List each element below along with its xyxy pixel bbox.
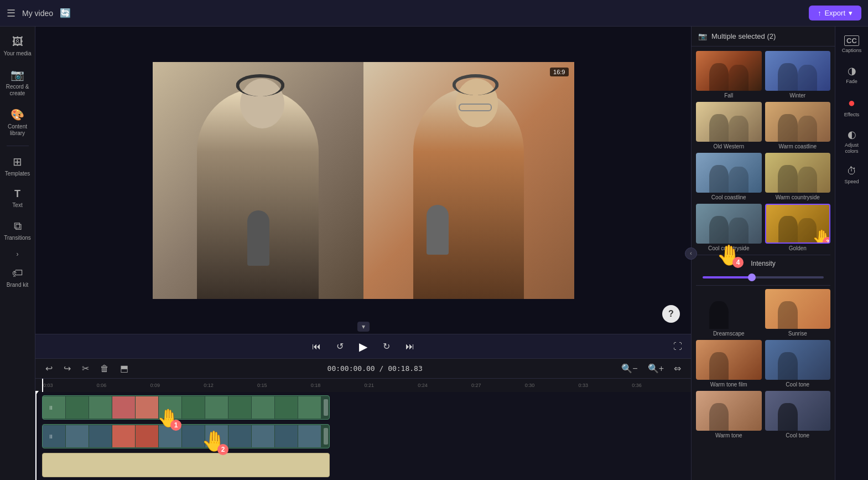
tool-effects[interactable]: ● Effects 🤚 3 bbox=[836, 91, 867, 122]
filter-person-right bbox=[729, 65, 749, 91]
export-icon: ↑ bbox=[818, 9, 822, 17]
track-thumb bbox=[275, 396, 298, 419]
filter-item-sunrise[interactable]: Sunrise bbox=[765, 289, 831, 337]
help-button[interactable]: ? bbox=[662, 305, 680, 323]
left-sidebar: 🖼 Your media 📷 Record &create 🎨 Contentl… bbox=[0, 27, 35, 480]
filter-item-golden[interactable]: 🤚 3 Golden bbox=[765, 204, 831, 251]
playback-controls: ⏮ ↺ ▶ ↻ ⏭ ⛶ bbox=[35, 334, 691, 358]
filter-person-right bbox=[729, 167, 749, 193]
filter-person bbox=[709, 63, 729, 91]
ruler-marks: 0:03 0:06 0:09 0:12 0:15 0:18 0:21 0:24 … bbox=[42, 383, 684, 388]
timeline-ruler: 0:03 0:06 0:09 0:12 0:15 0:18 0:21 0:24 … bbox=[35, 379, 691, 392]
sidebar-expand-icon[interactable]: › bbox=[17, 250, 19, 258]
sidebar-item-content-library[interactable]: 🎨 Contentlibrary bbox=[1, 104, 34, 141]
intensity-slider[interactable] bbox=[703, 276, 824, 278]
track-handle-right[interactable] bbox=[324, 428, 328, 445]
sidebar-item-brand-kit[interactable]: 🏷 Brand kit bbox=[1, 262, 34, 293]
hamburger-menu[interactable]: ☰ bbox=[7, 7, 15, 19]
cut-button[interactable]: ✂ bbox=[79, 361, 92, 376]
track-thumb bbox=[228, 425, 252, 447]
filter-person bbox=[778, 216, 797, 242]
track-thumb bbox=[43, 425, 66, 447]
tool-captions-label: Captions bbox=[842, 48, 862, 54]
microphone-right bbox=[427, 205, 449, 255]
filter-row: Fall Winter bbox=[696, 51, 830, 99]
undo-button[interactable]: ↩ bbox=[42, 361, 56, 376]
skip-to-start-button[interactable]: ⏮ bbox=[310, 339, 323, 354]
filter-item-14[interactable]: Cool tone bbox=[765, 391, 831, 438]
track-thumb bbox=[136, 425, 159, 447]
rewind-button[interactable]: ↺ bbox=[334, 339, 346, 354]
track-thumb bbox=[43, 396, 66, 419]
filter-person bbox=[709, 301, 729, 329]
play-button[interactable]: ▶ bbox=[357, 338, 370, 355]
ruler-mark: 0:21 bbox=[363, 383, 417, 388]
filter-thumb-winter bbox=[765, 51, 831, 91]
fullscreen-button[interactable]: ⛶ bbox=[673, 342, 682, 352]
zoom-in-button[interactable]: 🔍+ bbox=[644, 361, 667, 376]
filter-thumb-cool-coastline bbox=[696, 153, 762, 193]
timeline: ↩ ↪ ✂ 🗑 ⬒ 00:00:00.00 / 00:18.83 🔍− 🔍+ ⇔ bbox=[35, 358, 691, 480]
filter-person bbox=[709, 114, 729, 142]
audio-track[interactable] bbox=[42, 452, 691, 478]
header-text: Multiple selected (2) bbox=[711, 32, 776, 40]
filter-item-cool-countryside[interactable]: Cool countryside bbox=[696, 204, 762, 251]
filter-item-warm-coastline[interactable]: Warm coastline bbox=[765, 102, 831, 149]
filter-label-old-western: Old Western bbox=[696, 143, 762, 149]
skip-to-end-button[interactable]: ⏭ bbox=[403, 339, 417, 354]
video-canvas: 16:9 bbox=[153, 62, 574, 299]
fade-icon: ◑ bbox=[848, 65, 856, 77]
track-thumb bbox=[89, 396, 112, 419]
video-right-clip bbox=[363, 62, 574, 299]
filter-item-old-western[interactable]: Old Western bbox=[696, 102, 762, 149]
tool-fade-label: Fade bbox=[846, 79, 857, 85]
sidebar-item-record-create[interactable]: 📷 Record &create bbox=[1, 64, 34, 101]
filter-item-winter[interactable]: Winter bbox=[765, 51, 831, 99]
track-thumbnails bbox=[43, 396, 329, 419]
filter-thumb-cool-countryside bbox=[696, 204, 762, 244]
filter-label-fall: Fall bbox=[696, 92, 762, 99]
filter-thumb-old-western bbox=[696, 102, 762, 142]
redo-button[interactable]: ↪ bbox=[60, 361, 74, 376]
video-track-1[interactable]: ⏸ bbox=[42, 394, 691, 421]
filter-label-cool-tone: Cool tone bbox=[765, 381, 831, 388]
filter-person-right bbox=[729, 218, 749, 244]
timeline-toolbar: ↩ ↪ ✂ 🗑 ⬒ 00:00:00.00 / 00:18.83 🔍− 🔍+ ⇔ bbox=[35, 359, 691, 379]
fast-forward-button[interactable]: ↻ bbox=[381, 339, 392, 354]
panel-collapse-arrow[interactable]: ‹ bbox=[685, 247, 697, 260]
sidebar-item-text[interactable]: T Text bbox=[1, 184, 34, 213]
zoom-out-button[interactable]: 🔍− bbox=[618, 361, 641, 376]
video-track-2[interactable]: ⏸ bbox=[42, 423, 691, 450]
filter-label-sunrise: Sunrise bbox=[765, 331, 831, 337]
track-handle-right[interactable] bbox=[324, 399, 328, 416]
filter-person bbox=[709, 165, 729, 193]
aspect-ratio-badge: 16:9 bbox=[550, 68, 568, 76]
ruler-mark: 0:03 bbox=[42, 383, 96, 388]
split-button[interactable]: ⬒ bbox=[117, 361, 132, 376]
filter-label-13: Warm tone bbox=[696, 432, 762, 438]
filter-item-cool-coastline[interactable]: Cool coastline bbox=[696, 153, 762, 200]
tool-speed[interactable]: ⏱ Speed bbox=[836, 161, 867, 189]
filter-item-dreamscape[interactable]: Dreamscape bbox=[696, 289, 762, 337]
tool-fade[interactable]: ◑ Fade bbox=[836, 60, 867, 89]
sidebar-item-transitions[interactable]: ⧉ Transitions bbox=[1, 215, 34, 246]
refresh-icon[interactable]: 🔄 bbox=[60, 8, 71, 18]
sidebar-item-your-media[interactable]: 🖼 Your media bbox=[1, 31, 34, 61]
filter-item-warm-tone[interactable]: Warm tone film bbox=[696, 340, 762, 388]
ruler-mark: 0:30 bbox=[524, 383, 578, 388]
filter-item-cool-tone[interactable]: Cool tone bbox=[765, 340, 831, 388]
sidebar-item-templates[interactable]: ⊞ Templates bbox=[1, 151, 34, 182]
delete-button[interactable]: 🗑 bbox=[97, 362, 112, 376]
microphone-left bbox=[247, 210, 269, 266]
export-button[interactable]: ↑ Export ▾ bbox=[809, 6, 861, 20]
filter-item-fall[interactable]: Fall bbox=[696, 51, 762, 99]
filter-thumb-sunrise bbox=[765, 289, 831, 329]
tool-adjust-colors[interactable]: ◐ Adjustcolors bbox=[836, 124, 867, 159]
filter-item-13[interactable]: Warm tone bbox=[696, 391, 762, 438]
track-thumb bbox=[252, 396, 275, 419]
filter-thumb-fall bbox=[696, 51, 762, 91]
tool-captions[interactable]: CC Captions bbox=[836, 31, 867, 58]
filter-item-warm-countryside[interactable]: Warm countryside bbox=[765, 153, 831, 200]
fit-timeline-button[interactable]: ⇔ bbox=[671, 361, 684, 376]
panel-collapse-btn[interactable]: ▾ bbox=[357, 322, 370, 332]
